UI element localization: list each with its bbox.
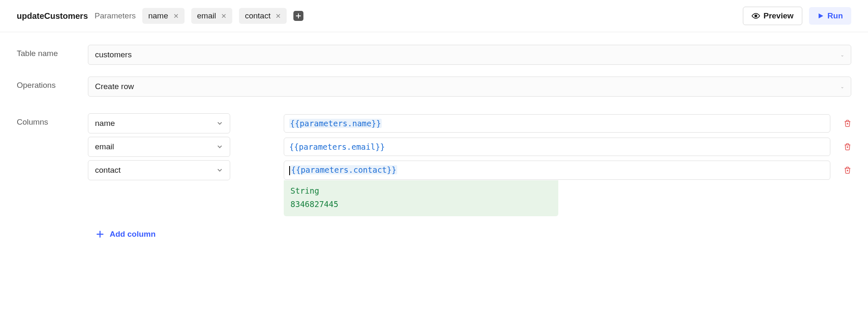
- operations-select[interactable]: Create row ⌄: [88, 77, 851, 97]
- trash-icon: [844, 166, 851, 174]
- parameter-chip-label: contact: [245, 11, 270, 20]
- svg-point-0: [755, 15, 757, 17]
- columns-label: Columns: [17, 113, 88, 127]
- delete-column-button[interactable]: [844, 120, 851, 127]
- column-value-input[interactable]: {{parameters.name}}: [284, 114, 830, 133]
- chevron-down-icon: [216, 143, 223, 150]
- add-column-label: Add column: [110, 230, 156, 239]
- play-icon: [817, 13, 824, 19]
- binding-expression: {{parameters.contact}}: [290, 165, 398, 174]
- close-icon[interactable]: ✕: [173, 12, 179, 20]
- chevron-down-icon: ⌄: [840, 84, 844, 90]
- chevron-down-icon: ⌄: [840, 52, 844, 58]
- binding-expression: {{parameters.name}}: [289, 119, 382, 128]
- operations-label: Operations: [17, 77, 88, 90]
- run-label: Run: [827, 11, 843, 20]
- plus-icon: [296, 13, 301, 18]
- close-icon[interactable]: ✕: [275, 12, 281, 20]
- parameter-chip-label: email: [197, 11, 216, 20]
- preview-label: Preview: [763, 11, 794, 20]
- table-name-value: customers: [95, 50, 132, 59]
- form-area: Table name customers ⌄ Operations Create…: [0, 32, 868, 264]
- parameters-label: Parameters: [95, 11, 136, 20]
- chevron-down-icon: [216, 167, 223, 174]
- preview-button[interactable]: Preview: [743, 7, 802, 25]
- close-icon[interactable]: ✕: [221, 12, 226, 20]
- column-name-value: contact: [95, 166, 121, 175]
- binding-expression: {{parameters.email}}: [289, 142, 385, 151]
- column-row: contact {{parameters.contact}}: [88, 160, 851, 180]
- column-row: name {{parameters.name}}: [88, 113, 851, 133]
- table-name-select[interactable]: customers ⌄: [88, 45, 851, 65]
- chevron-down-icon: [216, 120, 223, 127]
- parameter-chip-contact[interactable]: contact ✕: [239, 8, 287, 24]
- parameter-chip-email[interactable]: email ✕: [191, 8, 232, 24]
- plus-icon: [96, 230, 104, 238]
- column-name-select[interactable]: contact: [88, 160, 230, 180]
- parameter-chip-name[interactable]: name ✕: [142, 8, 185, 24]
- add-column-button[interactable]: Add column: [96, 230, 156, 239]
- header-bar: updateCustomers Parameters name ✕ email …: [0, 0, 868, 32]
- trash-icon: [844, 120, 851, 127]
- eye-icon: [752, 12, 760, 20]
- evaluation-tooltip: String 8346827445: [284, 180, 558, 216]
- tooltip-value: 8346827445: [290, 199, 552, 209]
- run-button[interactable]: Run: [809, 7, 851, 25]
- column-name-select[interactable]: email: [88, 137, 230, 157]
- operations-value: Create row: [95, 82, 134, 91]
- text-cursor: [289, 166, 290, 175]
- column-value-input[interactable]: {{parameters.email}}: [284, 138, 830, 156]
- column-name-select[interactable]: name: [88, 113, 230, 133]
- trash-icon: [844, 143, 851, 151]
- column-row: email {{parameters.email}}: [88, 137, 851, 157]
- delete-column-button[interactable]: [844, 166, 851, 174]
- add-parameter-button[interactable]: [293, 11, 303, 21]
- delete-column-button[interactable]: [844, 143, 851, 151]
- column-name-value: name: [95, 119, 115, 128]
- parameter-chip-label: name: [148, 11, 168, 20]
- column-value-input[interactable]: {{parameters.contact}}: [284, 161, 830, 180]
- query-title: updateCustomers: [17, 11, 88, 21]
- table-name-label: Table name: [17, 45, 88, 58]
- column-name-value: email: [95, 142, 114, 151]
- tooltip-type: String: [290, 186, 552, 195]
